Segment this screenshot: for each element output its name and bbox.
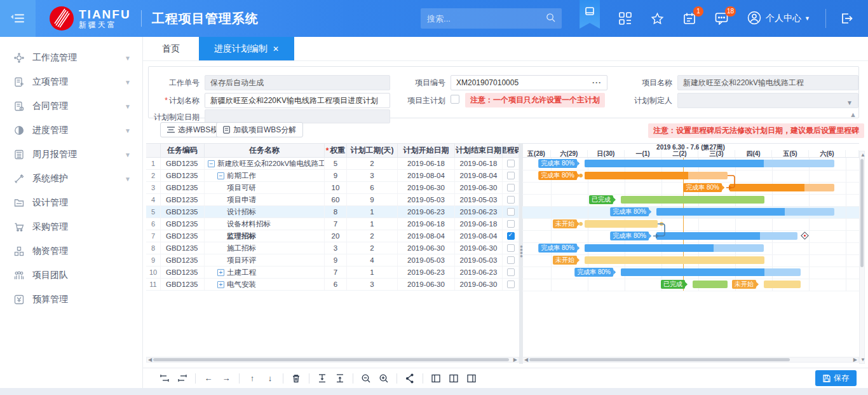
table-row-8[interactable]: 8GBD1235施工招标322019-06-302019-06-30 <box>146 242 519 254</box>
layout-left-icon[interactable] <box>428 372 444 385</box>
apps-grid-icon[interactable] <box>619 12 632 25</box>
task-end-date: 2019-06-30 <box>455 242 503 254</box>
tab-1[interactable]: 进度计划编制✕ <box>199 37 294 60</box>
scroll-left-icon[interactable]: ◀ <box>148 357 152 363</box>
move-right-icon[interactable]: → <box>219 372 234 385</box>
form-collapse-arrow-icon[interactable]: ▲ <box>850 111 857 118</box>
scroll-left-icon[interactable]: ◀ <box>524 357 528 363</box>
messages-icon[interactable]: 18 <box>715 12 728 25</box>
project-no-field[interactable]: XM201907010005··· <box>451 75 607 90</box>
milestone-checkbox[interactable] <box>507 196 515 204</box>
plan-name-field[interactable]: 新疆欣旺至众和220KV输电线路工程项目进度计划 <box>205 93 390 108</box>
gantt-bar-5[interactable] <box>585 220 658 228</box>
link-tasks-icon[interactable] <box>402 372 417 385</box>
table-h-scroll-thumb[interactable] <box>153 358 509 361</box>
layout-right-icon[interactable] <box>464 372 479 385</box>
tab-0[interactable]: 首页 <box>143 37 199 60</box>
milestone-checkbox[interactable] <box>507 232 515 240</box>
table-row-2[interactable]: 2GBD1235−前期工作932019-08-042019-08-04 <box>146 170 519 182</box>
table-row-10[interactable]: 10GBD1235+土建工程712019-06-232019-06-23 <box>146 267 519 279</box>
favorites-star-icon[interactable] <box>651 12 664 25</box>
logout-icon[interactable] <box>840 12 853 25</box>
budget-icon <box>14 295 25 305</box>
master-plan-checkbox[interactable] <box>451 95 459 104</box>
table-row-9[interactable]: 9GBD1235项目环评942019-05-032019-05-03 <box>146 254 519 267</box>
tab-close-icon[interactable]: ✕ <box>273 45 279 53</box>
scroll-right-icon[interactable]: ▶ <box>853 357 857 363</box>
gantt-bar-3[interactable] <box>621 196 764 204</box>
table-row-1[interactable]: 1GBD1235−新建欣旺至众和220kV输电线路工程522019-06-182… <box>146 158 519 170</box>
global-search[interactable] <box>421 8 562 29</box>
user-menu[interactable]: 个人中心 ▼ <box>747 11 810 27</box>
search-input[interactable] <box>427 14 546 24</box>
gantt-bar-badge: 完成率 80% <box>538 159 577 168</box>
project-picker-button[interactable]: ··· <box>592 76 602 90</box>
zoom-out-icon[interactable] <box>358 372 374 385</box>
sidebar-item-7[interactable]: 采购管理 <box>0 215 142 239</box>
table-row-7[interactable]: 7GBD1235监理招标2022019-08-042019-08-04 <box>146 230 519 242</box>
milestone-cell <box>503 279 519 290</box>
scroll-up-icon[interactable]: ▲ <box>860 152 865 158</box>
milestone-checkbox[interactable] <box>507 256 515 264</box>
search-icon[interactable] <box>546 13 555 24</box>
gantt-bar-8[interactable] <box>585 256 764 264</box>
sidebar-item-5[interactable]: 系统维护▼ <box>0 167 142 191</box>
save-button[interactable]: 保存 <box>815 370 857 386</box>
gantt-bar-10[interactable] <box>693 281 728 288</box>
plan-maker-select[interactable]: ▼ <box>677 93 858 108</box>
sidebar-item-10[interactable]: 预算管理 <box>0 288 142 312</box>
task-name: 施工招标 <box>205 242 325 254</box>
bookmark-icon[interactable] <box>580 0 600 29</box>
move-up-icon[interactable]: ↑ <box>245 372 260 385</box>
milestone-diamond-icon[interactable] <box>801 232 809 240</box>
table-row-6[interactable]: 6GBD1235设备材料招标712019-06-182019-06-18 <box>146 218 519 230</box>
expand-node-icon[interactable]: + <box>217 269 224 276</box>
milestone-checkbox[interactable] <box>507 268 515 276</box>
table-row-3[interactable]: 3GBD1235项目可研1062019-06-302019-06-30 <box>146 182 519 194</box>
move-down-icon[interactable]: ↓ <box>262 372 278 385</box>
collapse-node-icon[interactable]: − <box>208 160 215 167</box>
sidebar-item-3[interactable]: 进度管理▼ <box>0 118 142 142</box>
sidebar-item-1[interactable]: 立项管理▼ <box>0 70 142 94</box>
milestone-checkbox[interactable] <box>507 160 515 167</box>
gantt-v-scrollbar[interactable]: ▲ ▼ <box>859 151 865 364</box>
load-wbs-button[interactable]: 加载项目WBS分解 <box>216 122 303 137</box>
outdent-task-icon[interactable] <box>157 372 172 385</box>
layout-split-icon[interactable] <box>446 372 461 385</box>
milestone-checkbox[interactable] <box>507 172 515 179</box>
gantt-h-scroll-thumb[interactable] <box>529 358 790 361</box>
collapse-node-icon[interactable]: − <box>217 172 224 179</box>
sidebar-item-9[interactable]: 项目团队 <box>0 263 142 288</box>
sidebar-collapse-icon[interactable] <box>0 0 36 37</box>
gantt-h-scrollbar[interactable]: ◀ ▶ <box>522 357 859 363</box>
master-plan-note: 注意：一个项目只允许设置一个主计划 <box>465 93 605 107</box>
table-row-4[interactable]: 4GBD1235项目申请6092019-05-032019-05-03 <box>146 194 519 206</box>
table-row-5[interactable]: 5GBD1235设计招标812019-06-232019-06-23 <box>146 206 519 218</box>
gantt-rowline <box>522 279 859 279</box>
expand-all-icon[interactable] <box>315 372 330 385</box>
milestone-checkbox[interactable] <box>507 184 515 191</box>
move-left-icon[interactable]: ← <box>201 372 216 385</box>
gantt-v-scroll-thumb[interactable] <box>860 159 864 267</box>
collapse-all-icon[interactable] <box>332 372 348 385</box>
sidebar-item-4[interactable]: 周月报管理▼ <box>0 142 142 167</box>
zoom-in-icon[interactable] <box>376 372 391 385</box>
milestone-checkbox[interactable] <box>507 208 515 216</box>
expand-node-icon[interactable]: + <box>217 281 224 288</box>
milestone-checkbox[interactable] <box>507 220 515 228</box>
scroll-down-icon[interactable]: ▼ <box>860 357 865 363</box>
table-h-scrollbar[interactable]: ◀ ▶ <box>146 357 519 363</box>
sidebar-item-6[interactable]: 设计管理 <box>0 191 142 215</box>
milestone-checkbox[interactable] <box>507 281 515 288</box>
table-row-11[interactable]: 11GBD1235+电气安装632019-06-302019-06-30 <box>146 279 519 291</box>
delete-icon[interactable] <box>288 372 304 385</box>
scroll-right-icon[interactable]: ▶ <box>513 357 517 363</box>
milestone-checkbox[interactable] <box>507 244 515 252</box>
gantt-bar-9-progress <box>621 268 764 276</box>
sidebar-item-0[interactable]: 工作流管理▼ <box>0 46 142 70</box>
sidebar-item-2[interactable]: 合同管理▼ <box>0 94 142 118</box>
gantt-bar-11[interactable] <box>764 281 801 288</box>
indent-task-icon[interactable] <box>175 372 190 385</box>
sidebar-item-8[interactable]: 物资管理 <box>0 239 142 263</box>
calendar-icon[interactable]: 1 <box>683 12 696 25</box>
